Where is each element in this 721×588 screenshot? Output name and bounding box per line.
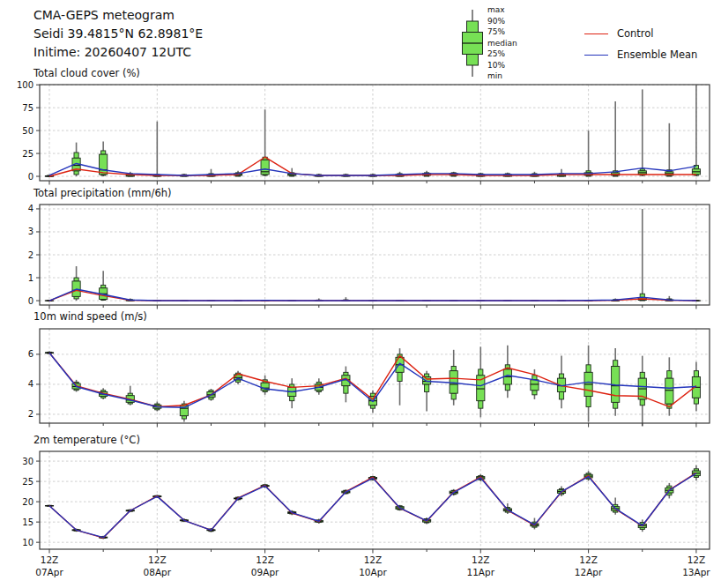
svg-text:20: 20 xyxy=(22,497,33,507)
svg-text:4: 4 xyxy=(28,204,33,213)
svg-text:2: 2 xyxy=(28,250,33,260)
ensemble-mean-label: Ensemble Mean xyxy=(617,48,697,61)
ensemble-mean-line-swatch xyxy=(584,55,608,56)
svg-text:4: 4 xyxy=(28,379,33,389)
boxplot-legend-glyph xyxy=(456,4,489,84)
legend-item-ensemble-mean: Ensemble Mean xyxy=(584,48,697,61)
svg-text:10: 10 xyxy=(22,538,33,547)
boxplot-label-median: median xyxy=(487,38,517,49)
precipitation-chart: 01234 xyxy=(0,205,721,310)
boxplot-label-90: 90% xyxy=(487,16,517,27)
legend-item-control: Control xyxy=(584,27,654,40)
figure-header: CMA-GEPS meteogram Seidi 39.4815°N 62.89… xyxy=(33,6,203,62)
svg-text:75: 75 xyxy=(22,103,33,113)
svg-text:30: 30 xyxy=(22,457,33,466)
x-tick-label: 12Z07Apr xyxy=(35,554,63,578)
svg-text:3: 3 xyxy=(28,227,33,236)
svg-text:0: 0 xyxy=(28,172,33,182)
x-tick-label: 12Z10Apr xyxy=(359,554,387,578)
temperature-chart: 1015202530 xyxy=(0,451,721,555)
app-title: CMA-GEPS meteogram xyxy=(33,6,203,25)
boxplot-label-25: 25% xyxy=(487,48,517,60)
panel-title-cloud-cover: Total cloud cover (%) xyxy=(33,67,140,79)
svg-text:2: 2 xyxy=(28,409,33,419)
boxplot-legend-labels: max 90% 75% median 25% 10% min xyxy=(487,4,517,82)
boxplot-label-min: min xyxy=(487,71,517,82)
control-line-swatch xyxy=(584,33,608,34)
svg-text:15: 15 xyxy=(22,517,33,527)
x-tick-label: 12Z13Apr xyxy=(682,554,710,578)
station-location: Seidi 39.4815°N 62.8981°E xyxy=(33,25,203,43)
x-tick-label: 12Z09Apr xyxy=(251,554,279,578)
meteogram-figure: CMA-GEPS meteogram Seidi 39.4815°N 62.89… xyxy=(0,0,721,588)
init-time: Initime: 20260407 12UTC xyxy=(33,43,203,62)
x-tick-label: 12Z12Apr xyxy=(575,554,603,578)
svg-text:25: 25 xyxy=(22,477,33,487)
x-tick-label: 12Z08Apr xyxy=(144,554,172,578)
svg-text:50: 50 xyxy=(22,126,33,136)
svg-text:6: 6 xyxy=(28,349,33,359)
svg-text:25: 25 xyxy=(22,149,33,159)
wind-speed-chart: 246 xyxy=(0,329,721,428)
boxplot-label-75: 75% xyxy=(487,26,517,38)
cloud-cover-chart: 0255075100 xyxy=(0,85,721,186)
svg-text:100: 100 xyxy=(17,80,33,90)
boxplot-label-10: 10% xyxy=(487,60,517,71)
panel-title-precipitation: Total precipitation (mm/6h) xyxy=(33,187,171,199)
x-axis-labels: 12Z07Apr12Z08Apr12Z09Apr12Z10Apr12Z11Apr… xyxy=(0,554,721,584)
control-label: Control xyxy=(617,27,654,40)
panel-title-temperature: 2m temperature (°C) xyxy=(33,434,140,446)
x-tick-label: 12Z11Apr xyxy=(467,554,495,578)
svg-text:1: 1 xyxy=(28,273,33,283)
panel-title-wind-speed: 10m wind speed (m/s) xyxy=(33,310,147,323)
svg-text:0: 0 xyxy=(28,296,33,306)
boxplot-label-max: max xyxy=(487,4,517,16)
